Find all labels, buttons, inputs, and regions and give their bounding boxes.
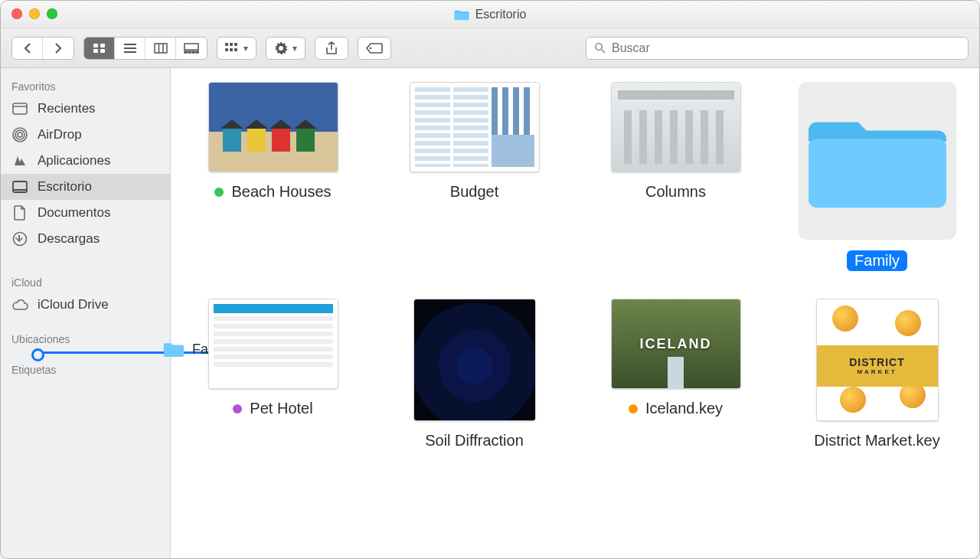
toolbar: ▾ ▾ bbox=[1, 28, 979, 68]
thumbnail: ICELAND bbox=[611, 299, 741, 389]
sidebar-item-label: Documentos bbox=[38, 205, 110, 221]
search-icon bbox=[594, 42, 606, 54]
thumbnail bbox=[208, 299, 338, 389]
sidebar-header-icloud: iCloud bbox=[1, 272, 170, 292]
desktop-icon bbox=[11, 181, 28, 193]
sidebar-header-favorites: Favoritos bbox=[1, 76, 170, 96]
sidebar-item-label: Aplicaciones bbox=[38, 153, 110, 168]
traffic-lights bbox=[11, 8, 57, 19]
arrange-button[interactable]: ▾ bbox=[217, 37, 256, 60]
file-item[interactable]: ICELAND Iceland.key bbox=[586, 299, 766, 449]
applications-icon bbox=[11, 154, 28, 168]
thumbnail: DISTRICTMARKET bbox=[816, 299, 939, 421]
chevron-down-icon: ▾ bbox=[243, 43, 248, 54]
sidebar-item-downloads[interactable]: Descargas bbox=[1, 226, 170, 252]
back-button[interactable] bbox=[12, 38, 43, 59]
svg-point-22 bbox=[596, 44, 602, 50]
svg-line-23 bbox=[602, 50, 606, 54]
svg-rect-18 bbox=[225, 48, 228, 51]
svg-rect-19 bbox=[230, 48, 233, 51]
action-button[interactable]: ▾ bbox=[266, 37, 305, 60]
tag-dot-purple bbox=[233, 404, 242, 414]
column-view-button[interactable] bbox=[145, 38, 176, 59]
svg-rect-20 bbox=[234, 48, 237, 51]
window-title: Escritorio bbox=[475, 8, 527, 21]
sidebar-item-documents[interactable]: Documentos bbox=[1, 200, 170, 226]
file-item[interactable]: Budget bbox=[384, 82, 564, 271]
gallery-view-button[interactable] bbox=[176, 38, 207, 59]
sidebar-item-icloud-drive[interactable]: iCloud Drive bbox=[1, 292, 170, 318]
sidebar-item-label: Descargas bbox=[38, 231, 100, 247]
list-view-button[interactable] bbox=[115, 38, 145, 59]
sidebar-item-label: Escritorio bbox=[38, 179, 92, 195]
sidebar-item-desktop[interactable]: Escritorio bbox=[1, 174, 170, 200]
sidebar-header-tags: Etiquetas bbox=[1, 359, 170, 379]
file-label: Beach Houses bbox=[231, 183, 331, 201]
folder-item[interactable]: Family bbox=[787, 82, 967, 271]
svg-point-21 bbox=[370, 47, 372, 49]
sidebar-item-label: iCloud Drive bbox=[38, 297, 109, 312]
svg-rect-15 bbox=[225, 43, 228, 46]
thumbnail bbox=[611, 82, 741, 172]
cloud-icon bbox=[11, 299, 28, 311]
svg-rect-7 bbox=[155, 44, 167, 53]
file-label: Budget bbox=[450, 183, 498, 201]
nav-buttons bbox=[11, 37, 74, 60]
minimize-window-button[interactable] bbox=[29, 8, 40, 19]
tags-button[interactable] bbox=[358, 37, 391, 60]
svg-rect-11 bbox=[185, 51, 187, 53]
thumbnail bbox=[208, 82, 338, 172]
file-label: District Market.key bbox=[814, 432, 939, 449]
file-item[interactable]: Soil Diffraction bbox=[384, 299, 564, 449]
svg-rect-17 bbox=[234, 43, 237, 46]
sidebar-item-airdrop[interactable]: AirDrop bbox=[1, 122, 170, 148]
thumbnail bbox=[410, 82, 540, 172]
share-icon bbox=[325, 41, 338, 55]
forward-button[interactable] bbox=[43, 38, 74, 59]
file-label: Pet Hotel bbox=[250, 400, 312, 417]
share-button[interactable] bbox=[315, 37, 348, 60]
file-item[interactable]: Pet Hotel bbox=[183, 299, 363, 449]
window-title-group: Escritorio bbox=[454, 8, 527, 21]
svg-rect-1 bbox=[100, 44, 105, 47]
close-window-button[interactable] bbox=[11, 8, 22, 19]
finder-window: Escritorio bbox=[0, 0, 980, 559]
sidebar: Favoritos Recientes AirDrop Aplicaciones… bbox=[1, 68, 171, 558]
recents-icon bbox=[11, 103, 28, 115]
svg-rect-12 bbox=[188, 51, 191, 53]
view-switcher bbox=[83, 37, 207, 60]
svg-rect-16 bbox=[230, 43, 233, 46]
search-field[interactable] bbox=[586, 37, 969, 60]
svg-rect-32 bbox=[808, 139, 946, 208]
svg-rect-14 bbox=[196, 51, 198, 53]
svg-rect-0 bbox=[93, 44, 98, 47]
airdrop-icon bbox=[11, 127, 28, 142]
search-input[interactable] bbox=[612, 41, 960, 55]
titlebar: Escritorio bbox=[1, 1, 979, 28]
svg-rect-10 bbox=[185, 44, 198, 50]
chevron-down-icon: ▾ bbox=[292, 43, 297, 54]
file-label: Family bbox=[847, 250, 907, 271]
sidebar-item-applications[interactable]: Aplicaciones bbox=[1, 148, 170, 174]
folder-icon bbox=[808, 103, 946, 218]
file-item[interactable]: Columns bbox=[586, 82, 766, 271]
tag-dot-orange bbox=[629, 404, 638, 414]
sidebar-item-recents[interactable]: Recientes bbox=[1, 96, 170, 122]
sidebar-header-locations: Ubicaciones bbox=[1, 329, 170, 348]
zoom-window-button[interactable] bbox=[47, 8, 57, 19]
svg-rect-3 bbox=[100, 49, 105, 53]
file-label: Soil Diffraction bbox=[425, 432, 524, 449]
file-label: Columns bbox=[645, 183, 706, 201]
tag-dot-green bbox=[214, 188, 224, 197]
sidebar-item-label: Recientes bbox=[38, 101, 96, 116]
icon-grid-area[interactable]: Beach Houses Budget Columns bbox=[171, 68, 979, 558]
svg-rect-24 bbox=[13, 103, 27, 114]
thumbnail bbox=[413, 299, 536, 421]
svg-rect-13 bbox=[192, 51, 194, 53]
sidebar-item-label: AirDrop bbox=[38, 127, 82, 142]
file-label: Iceland.key bbox=[645, 400, 723, 417]
svg-rect-2 bbox=[93, 49, 98, 53]
icon-view-button[interactable] bbox=[84, 38, 115, 59]
file-item[interactable]: Beach Houses bbox=[183, 82, 363, 271]
file-item[interactable]: DISTRICTMARKET District Market.key bbox=[787, 299, 967, 449]
